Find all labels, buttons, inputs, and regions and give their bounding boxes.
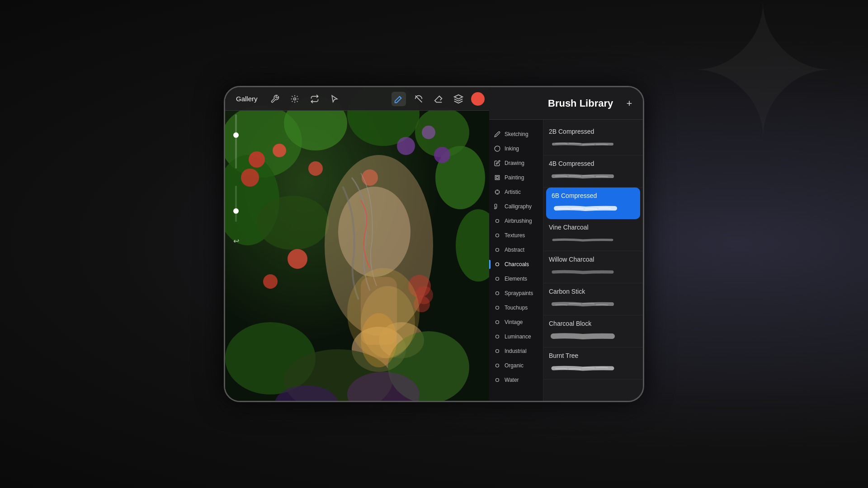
layers-tool-button[interactable]: [451, 92, 466, 106]
category-icon-touchups: [494, 304, 501, 311]
brush-item-4b[interactable]: 4B Compressed: [543, 155, 643, 188]
brush-preview-carbon: [549, 298, 637, 310]
category-item-inking[interactable]: Inking: [489, 141, 543, 156]
brush-preview-4b: [549, 170, 637, 183]
category-label-organic: Organic: [505, 362, 524, 369]
toolbar-right: [392, 92, 485, 106]
category-label-vintage: Vintage: [505, 319, 523, 325]
category-list[interactable]: Sketching Inking Drawing Painting Artist…: [489, 87, 543, 401]
canvas-artwork: [225, 87, 492, 401]
category-icon-vintage: [494, 319, 501, 326]
svg-point-44: [496, 292, 499, 295]
transform-tool-button[interactable]: [308, 93, 321, 105]
category-label-drawing: Drawing: [505, 160, 524, 166]
svg-point-49: [496, 364, 499, 367]
brush-list[interactable]: 2B Compressed4B Compressed6B CompressedV…: [543, 87, 643, 401]
category-item-drawing[interactable]: Drawing: [489, 156, 543, 170]
category-label-calligraphy: Calligraphy: [505, 203, 532, 210]
smudge-tool-button[interactable]: [411, 92, 426, 106]
category-item-elements[interactable]: Elements: [489, 272, 543, 286]
brush-name-burnt: Burnt Tree: [549, 352, 637, 359]
toolbar-left: Gallery: [232, 93, 392, 105]
brush-name-4b: 4B Compressed: [549, 160, 637, 167]
brush-item-vine[interactable]: Vine Charcoal: [543, 219, 643, 251]
category-item-artistic[interactable]: Artistic: [489, 185, 543, 199]
brush-item-block[interactable]: Charcoal Block: [543, 315, 643, 347]
category-icon-luminance: [494, 333, 501, 340]
category-icon-calligraphy: [494, 203, 501, 210]
brush-preview-2b: [549, 138, 637, 150]
svg-point-11: [273, 144, 286, 157]
eraser-tool-button[interactable]: [431, 92, 446, 106]
brush-item-2b[interactable]: 2B Compressed: [543, 123, 643, 155]
category-icon-artistic: [494, 188, 501, 196]
category-icon-elements: [494, 275, 501, 282]
select-tool-button[interactable]: [328, 93, 341, 105]
category-item-luminance[interactable]: Luminance: [489, 329, 543, 344]
category-item-organic[interactable]: Organic: [489, 358, 543, 373]
category-icon-charcoals: [494, 261, 501, 268]
canvas-area[interactable]: Gallery: [225, 87, 492, 401]
brush-tool-button[interactable]: [392, 92, 406, 106]
brush-item-carbon[interactable]: Carbon Stick: [543, 283, 643, 315]
opacity-slider[interactable]: [235, 186, 237, 222]
gallery-button[interactable]: Gallery: [232, 93, 261, 104]
category-item-touchups[interactable]: Touchups: [489, 300, 543, 315]
color-picker[interactable]: [471, 92, 485, 106]
brush-list-content: 2B Compressed4B Compressed6B CompressedV…: [543, 87, 643, 380]
svg-point-35: [361, 313, 397, 367]
category-label-elements: Elements: [505, 276, 527, 282]
brush-item-6b[interactable]: 6B Compressed: [546, 188, 640, 219]
ipad-device: Gallery: [224, 86, 644, 402]
opacity-handle[interactable]: [233, 208, 239, 214]
category-item-industrial[interactable]: Industrial: [489, 344, 543, 358]
category-item-spraypaints[interactable]: Spraypaints: [489, 286, 543, 300]
category-item-abstract[interactable]: Abstract: [489, 243, 543, 257]
category-item-airbrushing[interactable]: Airbrushing: [489, 214, 543, 228]
category-icon-drawing: [494, 160, 501, 167]
category-item-water[interactable]: Water: [489, 373, 543, 387]
svg-point-42: [496, 263, 499, 266]
category-item-painting[interactable]: Painting: [489, 170, 543, 185]
undo-button[interactable]: ↩: [230, 235, 242, 247]
category-item-textures[interactable]: Textures: [489, 228, 543, 243]
brush-name-6b: 6B Compressed: [552, 192, 635, 199]
category-icon-painting: [494, 174, 501, 181]
category-item-sketching[interactable]: Sketching: [489, 127, 543, 141]
category-label-abstract: Abstract: [505, 247, 524, 253]
svg-point-16: [263, 274, 278, 289]
toolbar: Gallery: [225, 87, 492, 111]
category-label-textures: Textures: [505, 232, 525, 239]
brush-name-2b: 2B Compressed: [549, 128, 637, 135]
brush-item-burnt[interactable]: Burnt Tree: [543, 347, 643, 380]
adjust-tool-button[interactable]: [288, 93, 301, 105]
brush-preview-willow: [549, 266, 637, 278]
brush-preview-block: [549, 330, 637, 343]
svg-point-19: [434, 147, 450, 163]
brush-name-willow: Willow Charcoal: [549, 256, 637, 263]
category-label-sketching: Sketching: [505, 131, 528, 137]
brush-library-panel: Brush Library + Sketching Inking Drawing…: [489, 87, 643, 401]
brush-name-block: Charcoal Block: [549, 320, 637, 327]
brush-item-willow[interactable]: Willow Charcoal: [543, 251, 643, 283]
category-item-calligraphy[interactable]: Calligraphy: [489, 199, 543, 214]
category-label-luminance: Luminance: [505, 333, 531, 340]
svg-marker-37: [454, 94, 462, 99]
category-icon-industrial: [494, 347, 501, 355]
category-item-charcoals[interactable]: Charcoals: [489, 257, 543, 272]
svg-point-46: [496, 321, 499, 324]
category-label-inking: Inking: [505, 145, 519, 152]
wrench-tool-button[interactable]: [269, 93, 281, 105]
category-item-vintage[interactable]: Vintage: [489, 315, 543, 329]
svg-point-43: [496, 277, 499, 281]
add-brush-button[interactable]: +: [623, 97, 636, 110]
svg-point-40: [496, 234, 499, 237]
brush-name-vine: Vine Charcoal: [549, 224, 637, 231]
brush-preview-burnt: [549, 362, 637, 375]
category-label-spraypaints: Spraypaints: [505, 290, 533, 296]
brush-size-handle[interactable]: [233, 132, 239, 138]
category-label-charcoals: Charcoals: [505, 261, 529, 267]
brush-size-slider[interactable]: [235, 114, 237, 169]
svg-point-36: [293, 98, 296, 100]
svg-point-47: [496, 335, 499, 338]
